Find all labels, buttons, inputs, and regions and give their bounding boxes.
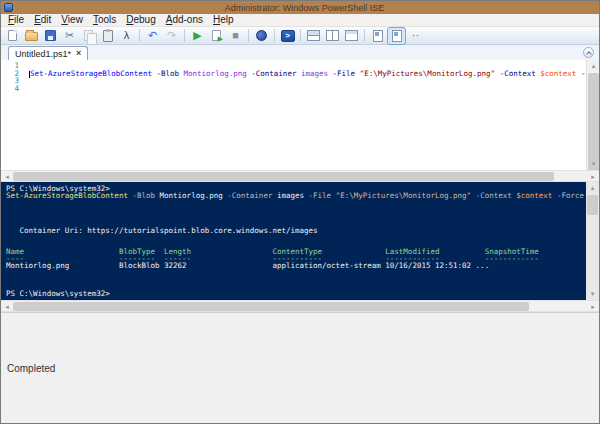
token-var: $context [516, 191, 552, 200]
show-script-pane-top-button[interactable] [305, 28, 322, 44]
console-line [6, 199, 586, 206]
console-pane[interactable]: PS C:\Windows\system32>Set-AzureStorageB… [1, 182, 599, 300]
paste-icon [103, 30, 113, 42]
menu-accelerator: F [8, 14, 14, 25]
menu-accelerator: V [61, 14, 68, 25]
show-script-pane-toggle-icon [392, 30, 402, 42]
console-line: PS C:\Windows\system32> [6, 290, 586, 297]
scroll-up-icon[interactable]: ▴ [586, 182, 599, 194]
console-vscroll-thumb[interactable] [587, 195, 598, 215]
editor-line [29, 77, 586, 85]
tab-close-icon[interactable]: × [76, 49, 81, 58]
menu-view[interactable]: View [56, 14, 88, 26]
run-script-button[interactable]: ▶ [189, 28, 206, 44]
scroll-right-icon[interactable]: ▸ [587, 301, 599, 312]
console-vertical-scrollbar[interactable]: ▴ ▾ [586, 182, 599, 300]
toolbar-separator [248, 29, 249, 42]
script-editor-pane[interactable]: 1234 Set-AzureStorageBlobContent -Blob M… [1, 60, 599, 170]
editor-line [29, 85, 586, 93]
stop-operation-button[interactable]: ■ [227, 28, 244, 44]
token-param: -Blob [132, 191, 155, 200]
token-var: $context [540, 69, 576, 78]
toolbar-separator [184, 29, 185, 42]
scroll-down-icon[interactable]: ▾ [586, 288, 599, 300]
token-str: "E:\MyPictures\MonitorLog.png" [336, 191, 471, 200]
show-script-pane-right-icon [326, 30, 339, 41]
console-line: Container Uri: https://tutorialspoint.bl… [6, 227, 586, 234]
redo-icon: ↷ [167, 30, 176, 41]
toolbar-separator [274, 29, 275, 42]
menu-edit[interactable]: Edit [29, 14, 56, 26]
clear-console-pane-icon: λ [124, 30, 130, 41]
token-param: -Blob [156, 69, 179, 78]
console-horizontal-scrollbar[interactable]: ◂ ▸ [1, 300, 599, 312]
menu-accelerator: D [126, 14, 133, 25]
menu-debug[interactable]: Debug [121, 14, 160, 26]
scroll-left-icon[interactable]: ◂ [1, 171, 13, 182]
save-script-button[interactable] [42, 28, 59, 44]
cut-button[interactable]: ✂ [61, 28, 78, 44]
new-remote-powershell-tab-button[interactable] [253, 28, 270, 44]
editor-hscroll-thumb[interactable] [13, 172, 554, 181]
menu-help[interactable]: Help [208, 14, 239, 26]
collapse-script-pane-button[interactable] [583, 47, 594, 58]
token-cmd: Set-AzureStorageBlobContent [30, 69, 152, 78]
start-powershell-exe-icon [281, 30, 295, 42]
menu-tools[interactable]: Tools [88, 14, 121, 26]
editor-horizontal-scrollbar[interactable]: ◂ ▸ [1, 170, 599, 182]
editor-line: Set-AzureStorageBlobContent -Blob Montio… [29, 70, 586, 78]
show-script-pane-top-icon [307, 30, 320, 41]
open-script-button[interactable] [23, 28, 40, 44]
new-remote-powershell-tab-icon [256, 30, 267, 41]
token-param: -Context [476, 191, 512, 200]
show-script-pane-maximized-button[interactable] [343, 28, 360, 44]
new-script-icon [8, 30, 17, 41]
show-command-window-button[interactable] [369, 28, 386, 44]
console-line [6, 276, 586, 283]
editor-vscroll-thumb[interactable] [588, 73, 599, 170]
scroll-left-icon[interactable]: ◂ [1, 301, 13, 312]
tab-strip: Untitled1.ps1* × [1, 45, 599, 60]
redo-button[interactable]: ↷ [163, 28, 180, 44]
stop-operation-icon: ■ [232, 30, 239, 41]
token-param: -Force [557, 191, 584, 200]
paste-button[interactable] [99, 28, 116, 44]
console-hscroll-thumb[interactable] [13, 302, 529, 311]
token-param: -File [309, 191, 332, 200]
token-param: -Container [227, 191, 272, 200]
menu-accelerator: E [34, 14, 41, 25]
show-script-pane-toggle-button[interactable] [388, 28, 405, 44]
editor-vertical-scrollbar[interactable]: ▴ ▾ [586, 60, 599, 170]
copy-icon [84, 30, 93, 41]
toolbar-separator [364, 29, 365, 42]
scroll-up-icon[interactable]: ▴ [587, 60, 599, 72]
show-script-pane-maximized-icon [345, 30, 358, 41]
console-line [6, 234, 586, 241]
status-bar: Completed [1, 312, 599, 423]
menu-bar: FileEditViewToolsDebugAdd-onsHelp [1, 14, 599, 27]
token-param: -File [333, 69, 356, 78]
token-str: "E:\MyPictures\MonitorLog.png" [360, 69, 495, 78]
toolbar-overflow-button[interactable]: ·· [407, 28, 424, 44]
run-selection-button[interactable] [208, 28, 225, 44]
clear-console-pane-button[interactable]: λ [118, 28, 135, 44]
menu-addons[interactable]: Add-ons [161, 14, 208, 26]
console-line [6, 213, 586, 220]
console-line: Montiorlog.png BlockBlob 32262 applicati… [6, 262, 586, 269]
token-arg: images [301, 69, 328, 78]
token-param: -Container [251, 69, 296, 78]
tab-untitled1[interactable]: Untitled1.ps1* × [8, 46, 88, 60]
copy-button[interactable] [80, 28, 97, 44]
show-script-pane-right-button[interactable] [324, 28, 341, 44]
console-line [6, 269, 586, 276]
scroll-right-icon[interactable]: ▸ [587, 171, 599, 182]
status-text: Completed [7, 363, 55, 374]
start-powershell-exe-button[interactable] [279, 28, 296, 44]
window-title: Administrator: Windows PowerShell ISE [13, 3, 596, 13]
token-plain: images [277, 191, 304, 200]
new-script-button[interactable] [4, 28, 21, 44]
scroll-down-icon[interactable]: ▾ [587, 158, 599, 170]
menu-file[interactable]: File [3, 14, 29, 26]
undo-button[interactable]: ↶ [144, 28, 161, 44]
script-code-area[interactable]: Set-AzureStorageBlobContent -Blob Montio… [23, 60, 586, 170]
